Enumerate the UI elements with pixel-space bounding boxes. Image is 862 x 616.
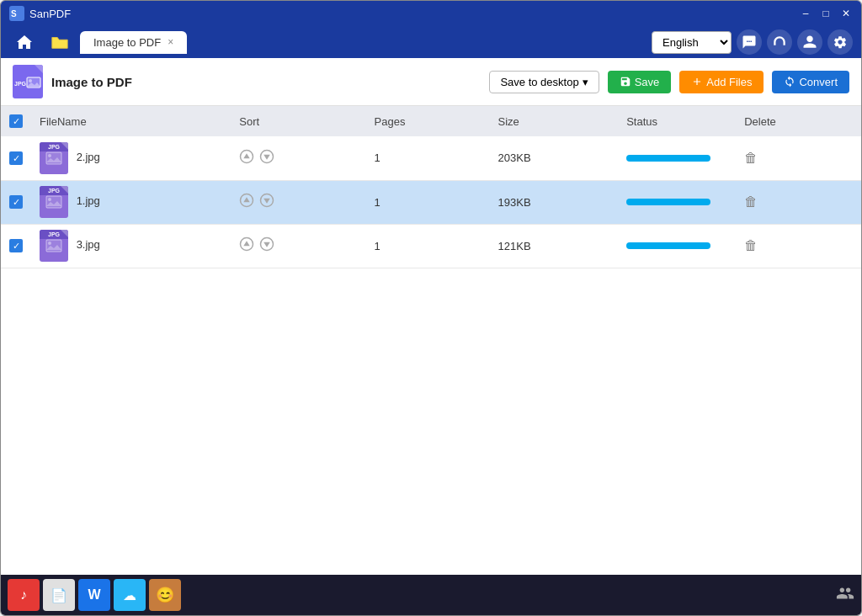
sort-up-button[interactable] [239, 193, 254, 211]
avatar-icon: 😊 [156, 586, 174, 604]
svg-marker-19 [264, 199, 271, 204]
filename-cell: JPG 3.jpg [31, 224, 231, 268]
main-content: JPG Image to PDF Save to desktop ▾ Save [1, 58, 861, 575]
header-checkbox-cell: ✓ [1, 106, 31, 136]
table-row: ✓ JPG [1, 136, 861, 180]
file-table: ✓ FileName Sort Pages Size [1, 106, 861, 268]
size-cell: 203KB [490, 136, 619, 180]
file-thumbnail: JPG [40, 142, 68, 174]
delete-cell: 🗑 [736, 180, 861, 224]
sub-toolbar-title: Image to PDF [51, 75, 481, 89]
svg-marker-2 [17, 35, 32, 49]
row-checkbox[interactable]: ✓ [9, 195, 23, 209]
svg-marker-17 [244, 197, 251, 202]
svg-marker-24 [244, 241, 251, 246]
music-icon: ♪ [20, 587, 27, 603]
svg-point-21 [48, 242, 51, 245]
account-icon [802, 35, 817, 50]
pages-cell: 1 [366, 224, 490, 268]
tab-close-button[interactable]: × [168, 36, 173, 48]
status-progress-bar [626, 155, 710, 162]
taskbar-icon-music[interactable]: ♪ [8, 579, 40, 611]
notepad-icon: 📄 [51, 587, 67, 603]
maximize-icon[interactable]: □ [819, 7, 833, 20]
settings-icon [833, 35, 848, 50]
sort-up-button[interactable] [239, 236, 254, 255]
svg-marker-10 [244, 153, 251, 158]
save-icon [620, 76, 631, 88]
sort-down-button[interactable] [259, 193, 274, 211]
sort-header: Sort [231, 106, 365, 136]
close-icon[interactable]: ✕ [839, 7, 853, 20]
nav-row-1: Image to PDF × English Chinese Japanese [1, 26, 861, 58]
account-icon-button[interactable] [797, 29, 822, 55]
window-controls: – □ ✕ [799, 7, 853, 20]
sort-down-button[interactable] [259, 149, 274, 167]
status-cell [618, 136, 736, 180]
row-checkbox-cell: ✓ [1, 136, 31, 180]
filename-label: 2.jpg [77, 151, 100, 163]
status-header: Status [618, 106, 736, 136]
select-all-checkbox[interactable]: ✓ [9, 114, 23, 128]
row-checkbox[interactable]: ✓ [9, 239, 23, 252]
size-header: Size [490, 106, 619, 136]
row-checkbox[interactable]: ✓ [9, 151, 23, 165]
headphones-icon [772, 35, 787, 50]
svg-point-7 [48, 154, 51, 157]
delete-button[interactable]: 🗑 [744, 238, 758, 252]
taskbar-notify-icon[interactable] [836, 584, 854, 607]
delete-button[interactable]: 🗑 [744, 151, 758, 165]
svg-point-4 [29, 79, 32, 82]
title-bar: S SanPDF – □ ✕ [1, 1, 861, 26]
taskbar-icon-notepad[interactable]: 📄 [43, 579, 75, 611]
row-checkbox-cell: ✓ [1, 224, 31, 268]
filename-cell: JPG 1.jpg [31, 180, 231, 224]
add-files-button[interactable]: Add Files [679, 71, 764, 93]
sort-cell [231, 136, 365, 180]
file-thumb-image-icon [45, 151, 62, 165]
delete-button[interactable]: 🗑 [744, 194, 758, 209]
home-button[interactable] [9, 27, 40, 57]
page-icon-label: JPG [14, 81, 26, 87]
save-to-desktop-button[interactable]: Save to desktop ▾ [489, 71, 599, 93]
file-thumb-image-icon [45, 239, 62, 252]
convert-icon [784, 76, 795, 88]
svg-text:S: S [11, 9, 17, 19]
taskbar-icon-word[interactable]: W [78, 579, 110, 611]
filename-label: 1.jpg [77, 194, 100, 207]
save-button-label: Save [635, 76, 660, 88]
table-body: ✓ JPG [1, 136, 861, 268]
filename-header: FileName [31, 106, 231, 136]
settings-icon-button[interactable] [827, 29, 853, 55]
taskbar: ♪ 📄 W ☁ 😊 [1, 575, 861, 615]
cloud-icon: ☁ [123, 587, 136, 603]
image-to-pdf-tab[interactable]: Image to PDF × [80, 31, 187, 54]
delete-cell: 🗑 [736, 224, 861, 268]
chat-icon [742, 35, 757, 50]
save-dropdown-icon: ▾ [583, 76, 588, 88]
table-row: ✓ JPG [1, 180, 861, 224]
language-select[interactable]: English Chinese Japanese [652, 31, 732, 54]
size-cell: 193KB [490, 180, 619, 224]
taskbar-icon-avatar[interactable]: 😊 [149, 579, 181, 611]
status-cell [618, 224, 736, 268]
sort-buttons [239, 236, 357, 255]
save-button[interactable]: Save [608, 71, 672, 93]
delete-cell: 🗑 [736, 136, 861, 180]
minimize-icon[interactable]: – [799, 7, 812, 20]
folder-button[interactable] [45, 27, 75, 57]
sort-down-button[interactable] [259, 236, 274, 255]
chat-icon-button[interactable] [737, 29, 762, 55]
sort-up-button[interactable] [239, 149, 254, 167]
svg-marker-12 [264, 155, 271, 160]
taskbar-icon-cloud[interactable]: ☁ [114, 579, 146, 611]
status-progress-bar [626, 242, 710, 249]
filename-cell: JPG 2.jpg [31, 136, 231, 180]
headphones-icon-button[interactable] [767, 29, 792, 55]
file-thumb-image-icon [45, 195, 62, 209]
sub-toolbar: JPG Image to PDF Save to desktop ▾ Save [1, 58, 861, 106]
status-cell [618, 180, 736, 224]
sort-buttons [239, 193, 357, 211]
home-icon [15, 33, 34, 51]
convert-button[interactable]: Convert [772, 71, 849, 93]
